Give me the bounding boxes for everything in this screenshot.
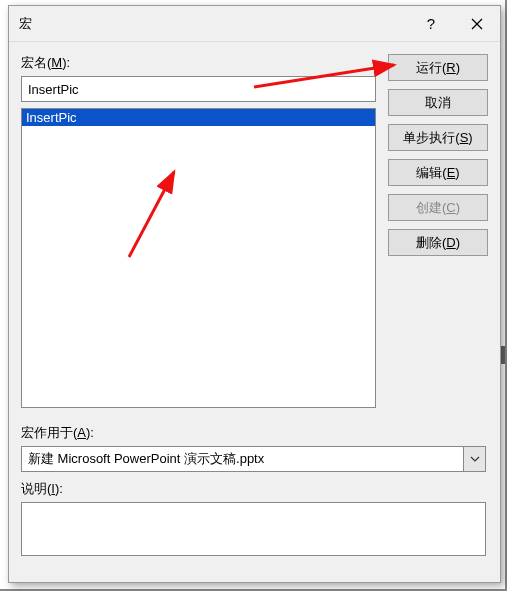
macro-in-label: 宏作用于(A): [21,424,488,442]
dialog-title: 宏 [19,15,32,33]
help-icon: ? [427,15,435,32]
edit-button[interactable]: 编辑(E) [388,159,488,186]
help-button[interactable]: ? [408,6,454,42]
cancel-button[interactable]: 取消 [388,89,488,116]
title-controls: ? [408,6,500,41]
macro-list[interactable]: InsertPic [21,108,376,408]
description-label: 说明(I): [21,480,488,498]
macro-dialog: 宏 ? 宏名(M): InsertPic [8,5,501,583]
macro-name-label: 宏名(M): [21,54,376,72]
list-item[interactable]: InsertPic [22,109,375,126]
chevron-down-icon [470,456,480,462]
create-button: 创建(C) [388,194,488,221]
titlebar: 宏 ? [9,6,500,42]
bottom-section: 宏作用于(A): 新建 Microsoft PowerPoint 演示文稿.pp… [21,408,488,556]
step-into-button[interactable]: 单步执行(S) [388,124,488,151]
combo-dropdown-button[interactable] [464,446,486,472]
description-box[interactable] [21,502,486,556]
close-icon [471,18,483,30]
macro-in-combo[interactable]: 新建 Microsoft PowerPoint 演示文稿.pptx [21,446,486,472]
window-frame: 宏 ? 宏名(M): InsertPic [0,0,507,591]
close-button[interactable] [454,6,500,42]
run-button[interactable]: 运行(R) [388,54,488,81]
macro-name-input[interactable] [21,76,376,102]
left-column: 宏名(M): InsertPic [21,54,376,408]
delete-button[interactable]: 删除(D) [388,229,488,256]
macro-in-value: 新建 Microsoft PowerPoint 演示文稿.pptx [21,446,464,472]
dialog-body: 宏名(M): InsertPic 运行(R) 取消 单步执行(S) 编辑(E) … [9,42,500,566]
button-column: 运行(R) 取消 单步执行(S) 编辑(E) 创建(C) 删除(D) [388,54,488,256]
